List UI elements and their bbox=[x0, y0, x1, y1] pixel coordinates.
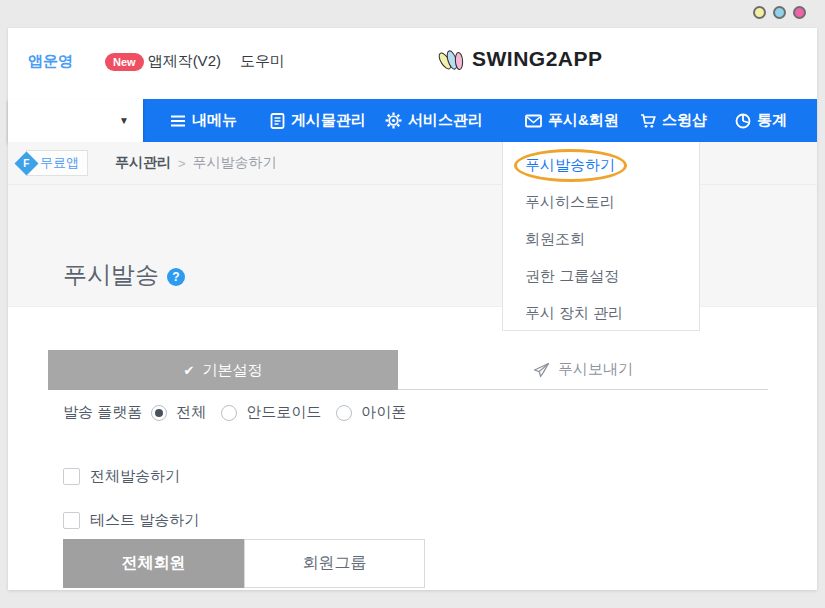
nav-item-service-manage[interactable]: 서비스관리 bbox=[385, 99, 483, 142]
menu-item-label: 푸시히스토리 bbox=[525, 193, 615, 212]
swing2app-logo[interactable]: SWING2APP bbox=[435, 46, 603, 72]
breadcrumb-section[interactable]: 푸시관리 bbox=[115, 154, 171, 172]
tab-send-push[interactable]: 푸시보내기 bbox=[398, 350, 768, 390]
menu-app-create[interactable]: New 앱제작(V2) bbox=[105, 52, 221, 71]
check-icon: ✔ bbox=[184, 363, 195, 378]
platform-label: 발송 플랫폼 bbox=[63, 403, 142, 422]
nav-item-board-manage[interactable]: 게시물관리 bbox=[270, 99, 366, 142]
window-dot-blue[interactable] bbox=[773, 6, 786, 19]
help-icon[interactable]: ? bbox=[167, 268, 185, 286]
gear-icon bbox=[385, 112, 402, 129]
new-badge: New bbox=[105, 53, 144, 71]
send-all-label[interactable]: 전체발송하기 bbox=[90, 467, 180, 486]
radio-android-label[interactable]: 안드로이드 bbox=[246, 403, 321, 422]
stats-icon bbox=[735, 113, 751, 129]
test-send-row: 테스트 발송하기 bbox=[63, 511, 199, 530]
test-send-label[interactable]: 테스트 발송하기 bbox=[90, 511, 199, 530]
menu-item-label: 권한 그룹설정 bbox=[525, 267, 619, 286]
menu-app-create-label: 앱제작(V2) bbox=[148, 52, 221, 71]
tab-label: 푸시보내기 bbox=[558, 360, 633, 379]
breadcrumb-current: 푸시발송하기 bbox=[193, 154, 277, 172]
paper-plane-icon bbox=[533, 362, 550, 378]
push-member-dropdown-menu: 푸시발송하기 푸시히스토리 회원조회 권한 그룹설정 푸시 장치 관리 bbox=[502, 142, 700, 331]
menu-item-permission-group[interactable]: 권한 그룹설정 bbox=[503, 258, 699, 295]
window-controls bbox=[753, 6, 806, 19]
nav-label: 푸시&회원 bbox=[548, 111, 619, 130]
board-icon bbox=[270, 113, 285, 129]
site-header: 앱운영 New 앱제작(V2) 도우미 SWING2APP bbox=[8, 28, 817, 99]
menu-item-label: 푸시발송하기 bbox=[525, 156, 615, 175]
app-select-dropdown[interactable]: ▼ bbox=[8, 99, 143, 142]
page-title-text: 푸시발송 bbox=[63, 259, 159, 291]
nav-label: 통계 bbox=[757, 111, 787, 130]
menu-app-operate[interactable]: 앱운영 bbox=[28, 52, 73, 71]
send-all-row: 전체발송하기 bbox=[63, 467, 180, 486]
menu-item-member-lookup[interactable]: 회원조회 bbox=[503, 221, 699, 258]
nav-item-push-members[interactable]: 푸시&회원 bbox=[525, 99, 619, 142]
menu-item-label: 푸시 장치 관리 bbox=[525, 304, 623, 323]
window-dot-pink[interactable] bbox=[793, 6, 806, 19]
platform-radio-group: 발송 플랫폼 전체 안드로이드 아이폰 bbox=[63, 403, 412, 422]
menu-item-push-device-manage[interactable]: 푸시 장치 관리 bbox=[503, 295, 699, 332]
menu-icon bbox=[170, 114, 186, 128]
chevron-down-icon: ▼ bbox=[119, 115, 129, 126]
menu-item-send-push[interactable]: 푸시발송하기 bbox=[503, 147, 699, 184]
radio-all-label[interactable]: 전체 bbox=[176, 403, 206, 422]
member-group-button[interactable]: 회원그룹 bbox=[244, 539, 425, 588]
tab-basic-settings[interactable]: ✔ 기본설정 bbox=[48, 350, 398, 390]
radio-android[interactable] bbox=[221, 405, 237, 421]
nav-label: 게시물관리 bbox=[291, 111, 366, 130]
main-nav: ▼ 내메뉴 게시물관리 서비스관리 bbox=[8, 99, 817, 142]
cart-icon bbox=[640, 113, 656, 129]
app-type-badge[interactable]: F 무료앱 bbox=[18, 150, 88, 176]
menu-item-label: 회원조회 bbox=[525, 230, 585, 249]
send-all-checkbox[interactable] bbox=[63, 468, 80, 485]
settings-tabs: ✔ 기본설정 푸시보내기 bbox=[48, 350, 768, 390]
page-title: 푸시발송 ? bbox=[63, 259, 185, 291]
nav-item-statistics[interactable]: 통계 bbox=[735, 99, 787, 142]
test-send-checkbox[interactable] bbox=[63, 512, 80, 529]
audience-toggle: 전체회원 회원그룹 bbox=[63, 539, 425, 588]
radio-iphone-label[interactable]: 아이폰 bbox=[361, 403, 406, 422]
nav-label: 서비스관리 bbox=[408, 111, 483, 130]
nav-item-swing-shop[interactable]: 스윙샵 bbox=[640, 99, 707, 142]
window-dot-yellow[interactable] bbox=[753, 6, 766, 19]
logo-leaves-icon bbox=[435, 46, 469, 72]
main-content: ✔ 기본설정 푸시보내기 발송 플랫폼 전체 안드로이드 아이폰 전체발송하기 bbox=[8, 307, 817, 590]
radio-all[interactable] bbox=[151, 405, 167, 421]
tab-label: 기본설정 bbox=[202, 361, 262, 380]
nav-label: 내메뉴 bbox=[192, 111, 237, 130]
logo-text: SWING2APP bbox=[472, 47, 603, 71]
menu-item-push-history[interactable]: 푸시히스토리 bbox=[503, 184, 699, 221]
radio-iphone[interactable] bbox=[336, 405, 352, 421]
nav-item-my-menu[interactable]: 내메뉴 bbox=[170, 99, 237, 142]
menu-helper[interactable]: 도우미 bbox=[240, 52, 285, 71]
breadcrumb-separator: > bbox=[178, 156, 186, 171]
mail-icon bbox=[525, 114, 542, 128]
nav-label: 스윙샵 bbox=[662, 111, 707, 130]
all-members-button[interactable]: 전체회원 bbox=[63, 539, 244, 588]
app-window: 앱운영 New 앱제작(V2) 도우미 SWING2APP ▼ 내메뉴 bbox=[8, 28, 817, 590]
